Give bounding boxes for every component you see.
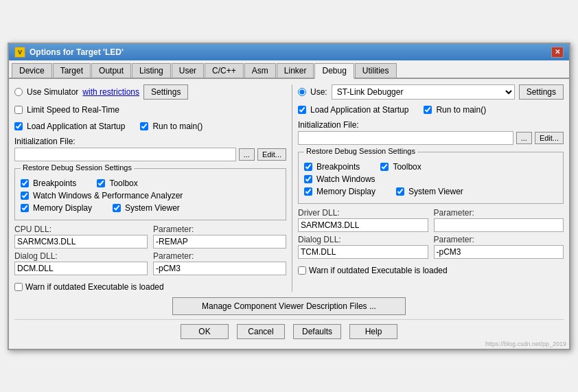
load-app-checkbox-right[interactable]: [298, 106, 306, 114]
warn-label-right: Warn if outdated Executable is loaded: [309, 266, 448, 275]
restore-group-content-right: Breakpoints Toolbox Watch Windows: [304, 161, 557, 198]
left-column: Use Simulator with restrictions Settings…: [14, 84, 286, 292]
dialog-param-input-left[interactable]: [153, 262, 286, 275]
system-viewer-checkbox-left[interactable]: [113, 204, 121, 212]
breakpoints-label-left: Breakpoints: [33, 178, 76, 188]
title-bar: V Options for Target 'LED' ✕: [9, 44, 569, 60]
init-edit-button-right[interactable]: Edit...: [535, 132, 564, 144]
watermark: https://blog.csdn.net/pp_2019: [485, 341, 566, 347]
dialog-param-input-right[interactable]: [434, 245, 564, 259]
defaults-button[interactable]: Defaults: [293, 324, 341, 339]
restore-group-content-left: Breakpoints Toolbox Watch Windows & Perf…: [21, 177, 280, 214]
dialog-dll-input-right[interactable]: [298, 245, 428, 259]
load-app-label-left: Load Application at Startup: [27, 122, 125, 131]
cpu-param-col: Parameter:: [153, 224, 286, 249]
driver-dll-col: Driver DLL:: [298, 208, 428, 232]
init-file-row-right: ... Edit...: [298, 131, 564, 145]
manage-section: Manage Component Viewer Description File…: [14, 297, 564, 315]
init-browse-button-left[interactable]: ...: [239, 148, 255, 161]
watch-windows-checkbox-right[interactable]: [304, 175, 312, 183]
cpu-param-label: Parameter:: [153, 224, 286, 234]
restore-group-title-right: Restore Debug Session Settings: [304, 147, 417, 155]
toolbox-row-left: Toolbox: [97, 178, 137, 188]
tab-bar: Device Target Output Listing User C/C++ …: [9, 60, 569, 79]
system-viewer-row-right: System Viewer: [396, 187, 463, 196]
warn-checkbox-right[interactable]: [298, 266, 306, 275]
init-file-input-right[interactable]: [298, 131, 513, 145]
watch-windows-label-left: Watch Windows & Performance Analyzer: [33, 191, 183, 200]
limit-speed-label: Limit Speed to Real-Time: [27, 105, 119, 115]
close-button[interactable]: ✕: [551, 47, 564, 58]
toolbox-checkbox-right[interactable]: [380, 163, 389, 171]
init-file-input-left[interactable]: [14, 148, 236, 161]
app-icon: V: [14, 47, 25, 58]
breakpoints-toolbox-row-right: Breakpoints Toolbox: [304, 161, 557, 173]
run-to-main-checkbox-left[interactable]: [140, 122, 148, 130]
driver-param-label: Parameter:: [434, 208, 564, 218]
driver-dll-input[interactable]: [298, 218, 428, 232]
toolbox-checkbox-left[interactable]: [97, 179, 105, 187]
memory-display-checkbox-right[interactable]: [304, 187, 312, 196]
breakpoints-row-right: Breakpoints: [304, 162, 360, 172]
help-button[interactable]: Help: [349, 324, 397, 339]
dialog-dll-label-right: Dialog DLL:: [298, 235, 428, 244]
memory-display-label-left: Memory Display: [33, 203, 92, 213]
dialog-dll-col-right: Dialog DLL:: [298, 235, 428, 259]
driver-param-input[interactable]: [434, 218, 564, 232]
window-title: Options for Target 'LED': [30, 47, 124, 57]
memory-display-row-right: Memory Display: [304, 187, 375, 196]
tab-user[interactable]: User: [172, 63, 204, 78]
cpu-param-input[interactable]: [153, 235, 286, 249]
watch-windows-row-left: Watch Windows & Performance Analyzer: [21, 191, 280, 200]
breakpoints-row-left: Breakpoints: [21, 178, 76, 188]
driver-param-col: Parameter:: [434, 208, 564, 232]
dialog-param-label-left: Parameter:: [153, 251, 286, 261]
tab-utilities[interactable]: Utilities: [355, 63, 397, 78]
right-column: Use: ST-Link Debugger Settings Load Appl…: [292, 84, 564, 292]
system-viewer-checkbox-right[interactable]: [396, 187, 404, 196]
use-label: Use:: [310, 87, 327, 97]
use-radio[interactable]: [298, 88, 306, 96]
memory-system-row-left: Memory Display System Viewer: [21, 202, 280, 214]
breakpoints-checkbox-left[interactable]: [21, 179, 29, 187]
with-restrictions-link[interactable]: with restrictions: [82, 87, 139, 97]
warn-row-right: Warn if outdated Executable is loaded: [298, 266, 564, 275]
watch-windows-label-right: Watch Windows: [316, 174, 375, 184]
debugger-select[interactable]: ST-Link Debugger: [332, 84, 515, 100]
load-app-checkbox-left[interactable]: [14, 122, 23, 130]
tab-asm[interactable]: Asm: [244, 63, 276, 78]
ok-button[interactable]: OK: [181, 324, 229, 339]
dialog-dll-input-left[interactable]: [14, 262, 148, 275]
memory-display-checkbox-left[interactable]: [21, 204, 29, 212]
toolbox-label-right: Toolbox: [393, 162, 421, 172]
init-browse-button-right[interactable]: ...: [516, 132, 532, 144]
use-settings-button[interactable]: Settings: [519, 84, 564, 100]
simulator-radio[interactable]: [14, 88, 23, 96]
cpu-dll-input[interactable]: [14, 235, 148, 249]
limit-speed-checkbox[interactable]: [14, 106, 23, 114]
simulator-settings-button[interactable]: Settings: [143, 84, 188, 100]
breakpoints-checkbox-right[interactable]: [304, 163, 312, 171]
two-column-layout: Use Simulator with restrictions Settings…: [14, 84, 564, 292]
tab-debug[interactable]: Debug: [314, 63, 354, 79]
warn-label-left: Warn if outdated Executable is loaded: [25, 282, 164, 292]
manage-button[interactable]: Manage Component Viewer Description File…: [172, 297, 406, 315]
restore-group-left: Restore Debug Session Settings Breakpoin…: [14, 168, 286, 220]
warn-checkbox-left[interactable]: [14, 283, 23, 291]
watch-windows-row-right: Watch Windows: [304, 174, 557, 184]
watch-windows-checkbox-left[interactable]: [21, 192, 29, 200]
init-edit-button-left[interactable]: Edit...: [257, 148, 286, 161]
tab-cpp[interactable]: C/C++: [205, 63, 244, 78]
run-to-main-label-left: Run to main(): [152, 122, 203, 131]
tab-listing[interactable]: Listing: [132, 63, 171, 78]
tab-linker[interactable]: Linker: [277, 63, 314, 78]
tab-target[interactable]: Target: [53, 63, 91, 78]
load-app-label-right: Load Application at Startup: [310, 105, 408, 115]
run-to-main-checkbox-right[interactable]: [424, 106, 432, 114]
tab-device[interactable]: Device: [12, 63, 52, 78]
init-file-section-left: Initialization File: ... Edit...: [14, 137, 286, 161]
cancel-button[interactable]: Cancel: [237, 324, 285, 339]
tab-output[interactable]: Output: [91, 63, 131, 78]
dll-section-left: CPU DLL: Parameter: Dialog DLL: Paramete…: [14, 224, 286, 275]
dialog-param-label-right: Parameter:: [434, 235, 564, 244]
